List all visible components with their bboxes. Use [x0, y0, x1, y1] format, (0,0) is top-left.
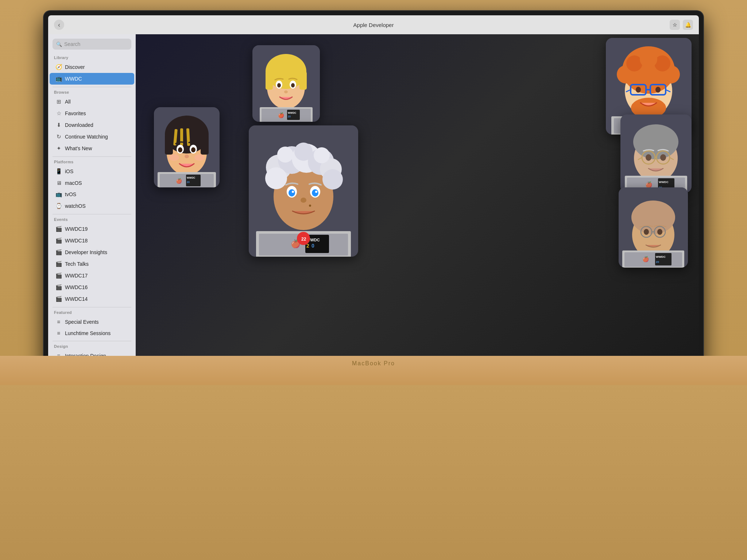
developer-insights-icon: 🎬 [55, 249, 62, 256]
macos-label: macOS [65, 180, 82, 186]
svg-point-7 [277, 83, 281, 88]
svg-point-70 [314, 147, 330, 163]
svg-rect-42 [201, 135, 209, 155]
sidebar-item-continue-watching[interactable]: ↻ Continue Watching [50, 131, 134, 143]
svg-text:20: 20 [288, 115, 291, 118]
sidebar: 🔍 Search Library 🧭 Discover 📺 WWDC [48, 34, 136, 364]
wwdc-hero: 🍎 WWDC 20 [136, 34, 699, 364]
svg-text:0: 0 [311, 243, 314, 249]
events-section-label: Events [48, 217, 136, 222]
memoji-card-1: 🍎 WWDC 20 [252, 45, 320, 122]
svg-point-76 [315, 191, 317, 193]
svg-text:WWDC: WWDC [187, 176, 195, 179]
svg-point-67 [322, 169, 343, 190]
svg-rect-116 [624, 252, 682, 267]
sidebar-item-wwdc18[interactable]: 🎬 WWDC18 [50, 235, 134, 246]
divider-4 [53, 307, 131, 307]
svg-text:22: 22 [301, 237, 306, 242]
featured-section-label: Featured [48, 310, 136, 315]
svg-rect-11 [262, 109, 311, 122]
back-icon: ‹ [58, 21, 60, 29]
search-input[interactable]: Search [64, 41, 80, 47]
svg-point-8 [291, 83, 295, 88]
memoji-card-5: 🍎 WWDC 20 [620, 114, 692, 193]
whats-new-icon: ✦ [55, 145, 62, 152]
sidebar-item-whats-new[interactable]: ✦ What's New [50, 143, 134, 154]
svg-point-68 [277, 147, 293, 163]
svg-text:🍎: 🍎 [278, 112, 285, 118]
wwdc16-label: WWDC16 [65, 284, 88, 290]
svg-point-52 [185, 155, 189, 158]
memoji-card-4: 🍎 WWDC 2 0 22 [249, 125, 358, 257]
svg-point-30 [655, 87, 661, 93]
tvos-label: tvOS [65, 191, 76, 197]
search-box[interactable]: 🔍 Search [53, 39, 131, 50]
sidebar-item-wwdc19[interactable]: 🎬 WWDC19 [50, 223, 134, 235]
svg-rect-4 [299, 71, 307, 90]
divider-3 [53, 214, 131, 214]
sidebar-item-discover[interactable]: 🧭 Discover [50, 61, 134, 73]
svg-text:🍎: 🍎 [642, 256, 649, 262]
sidebar-item-wwdc[interactable]: 📺 WWDC [50, 73, 134, 85]
continue-watching-label: Continue Watching [65, 134, 108, 140]
back-button[interactable]: ‹ [54, 20, 64, 30]
svg-point-23 [640, 50, 657, 68]
star-button[interactable]: ☆ [670, 20, 680, 30]
svg-point-112 [644, 229, 649, 235]
sidebar-item-tvos[interactable]: 📺 tvOS [50, 188, 134, 200]
svg-text:20: 20 [187, 181, 190, 183]
svg-point-78 [309, 205, 311, 207]
title-bar: ‹ Apple Developer ☆ 🔔 [48, 15, 699, 34]
notifications-button[interactable]: 🔔 [683, 20, 693, 30]
svg-point-73 [289, 189, 295, 197]
svg-text:20: 20 [656, 260, 659, 264]
main-content: 🍎 WWDC 20 [136, 34, 699, 364]
wwdc18-label: WWDC18 [65, 238, 88, 244]
sidebar-item-wwdc16[interactable]: 🎬 WWDC16 [50, 281, 134, 293]
sidebar-item-watchos[interactable]: ⌚ watchOS [50, 200, 134, 212]
svg-point-113 [657, 229, 662, 235]
screen: ‹ Apple Developer ☆ 🔔 [48, 15, 699, 364]
ios-icon: 📱 [55, 168, 62, 175]
wwdc19-icon: 🎬 [55, 226, 62, 232]
tvos-icon: 📺 [55, 191, 62, 198]
sidebar-item-all[interactable]: ⊞ All [50, 96, 134, 108]
sidebar-item-wwdc14[interactable]: 🎬 WWDC14 [50, 293, 134, 305]
svg-point-50 [169, 154, 179, 161]
sidebar-item-favorites[interactable]: ☆ Favorites [50, 108, 134, 119]
window-title: Apple Developer [353, 22, 394, 28]
sidebar-item-tech-talks[interactable]: 🎬 Tech Talks [50, 258, 134, 270]
keyboard-area: esc F1 F2 F3 F4 F5 F6 F7 F8 F9 F10 F11 F… [0, 356, 747, 560]
svg-point-49 [191, 147, 196, 152]
sidebar-item-wwdc17[interactable]: 🎬 WWDC17 [50, 270, 134, 281]
design-section-label: Design [48, 344, 136, 349]
sidebar-item-developer-insights[interactable]: 🎬 Developer Insights [50, 246, 134, 258]
wwdc17-label: WWDC17 [65, 273, 88, 279]
svg-point-51 [194, 154, 205, 161]
macbook-model-label: MacBook Pro [352, 360, 395, 367]
ios-label: iOS [65, 168, 73, 174]
memoji-card-6: 🍎 WWDC 20 [619, 187, 688, 268]
tech-talks-label: Tech Talks [65, 261, 89, 267]
wwdc19-label: WWDC19 [65, 226, 88, 232]
watchos-icon: ⌚ [55, 203, 62, 209]
wwdc-icon: 📺 [55, 75, 62, 82]
sidebar-item-special-events[interactable]: ≡ Special Events [50, 316, 134, 327]
favorites-label: Favorites [65, 110, 86, 116]
sidebar-item-macos[interactable]: 🖥 macOS [50, 177, 134, 188]
star-icon: ☆ [673, 22, 677, 28]
wwdc14-label: WWDC14 [65, 296, 88, 302]
library-section-label: Library [48, 55, 136, 60]
divider-5 [53, 341, 131, 341]
divider-1 [53, 87, 131, 87]
sidebar-item-ios[interactable]: 📱 iOS [50, 166, 134, 177]
whats-new-label: What's New [65, 145, 92, 151]
svg-point-108 [631, 201, 675, 234]
svg-text:WWDC: WWDC [656, 255, 666, 258]
wwdc-label: WWDC [65, 76, 82, 82]
sidebar-item-lunchtime-sessions[interactable]: ≡ Lunchtime Sessions [50, 327, 134, 339]
bell-icon: 🔔 [685, 22, 691, 28]
watchos-label: watchOS [65, 203, 86, 209]
svg-rect-3 [266, 71, 273, 90]
sidebar-item-downloaded[interactable]: ⬇ Downloaded [50, 119, 134, 131]
